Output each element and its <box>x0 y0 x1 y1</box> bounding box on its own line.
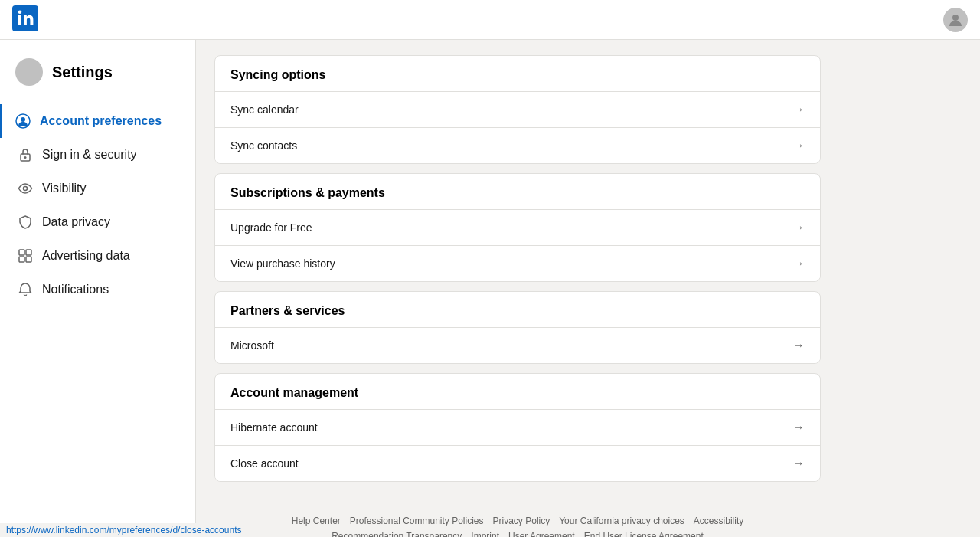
section-item-hibernate-account[interactable]: Hibernate account→ <box>215 409 820 445</box>
section-syncing-options: Syncing optionsSync calendar→Sync contac… <box>214 55 821 164</box>
footer: Help CenterProfessional Community Polici… <box>214 491 821 537</box>
footer-link[interactable]: Imprint <box>471 531 499 537</box>
footer-link[interactable]: Privacy Policy <box>493 516 550 526</box>
sidebar-label-advertising-data: Advertising data <box>42 249 130 263</box>
section-item-close-account[interactable]: Close account→ <box>215 445 820 481</box>
arrow-right-icon: → <box>792 421 805 434</box>
section-item-label-microsoft: Microsoft <box>230 339 786 352</box>
settings-avatar <box>15 58 43 86</box>
top-navigation <box>0 0 980 40</box>
footer-links: Help CenterProfessional Community Polici… <box>233 516 802 537</box>
section-partners-services: Partners & servicesMicrosoft→ <box>214 291 821 364</box>
eye-icon <box>18 181 33 196</box>
section-title-account-management: Account management <box>215 374 820 409</box>
footer-link[interactable]: Professional Community Policies <box>350 516 484 526</box>
footer-link[interactable]: Recommendation Transparency <box>332 531 462 537</box>
section-title-syncing-options: Syncing options <box>215 56 820 91</box>
status-url: https://www.linkedin.com/mypreferences/d… <box>6 525 241 535</box>
arrow-right-icon: → <box>792 257 805 270</box>
grid-icon <box>18 248 33 264</box>
arrow-right-icon: → <box>792 103 805 116</box>
arrow-right-icon: → <box>792 457 805 470</box>
sidebar-label-visibility: Visibility <box>42 182 87 195</box>
sidebar-item-notifications[interactable]: Notifications <box>0 273 195 306</box>
sections-container: Syncing optionsSync calendar→Sync contac… <box>214 55 821 482</box>
svg-point-6 <box>24 187 28 191</box>
sidebar-item-data-privacy[interactable]: Data privacy <box>0 205 195 239</box>
sidebar-label-data-privacy: Data privacy <box>42 215 110 229</box>
sidebar-item-visibility[interactable]: Visibility <box>0 172 195 205</box>
section-item-label-upgrade-free: Upgrade for Free <box>230 221 786 234</box>
status-bar: https://www.linkedin.com/mypreferences/d… <box>0 523 247 537</box>
footer-link[interactable]: User Agreement <box>508 531 575 537</box>
shield-icon <box>18 214 33 230</box>
footer-link[interactable]: Help Center <box>292 516 341 526</box>
svg-rect-8 <box>26 250 31 255</box>
linkedin-logo[interactable] <box>12 5 38 34</box>
footer-link[interactable]: Accessibility <box>694 516 743 526</box>
section-item-microsoft[interactable]: Microsoft→ <box>215 327 820 363</box>
main-content: Syncing optionsSync calendar→Sync contac… <box>196 40 839 537</box>
sidebar-item-advertising-data[interactable]: Advertising data <box>0 239 195 273</box>
section-item-upgrade-free[interactable]: Upgrade for Free→ <box>215 209 820 245</box>
sidebar-label-notifications: Notifications <box>42 283 109 296</box>
sidebar-label-sign-in-security: Sign in & security <box>42 148 137 162</box>
section-title-subscriptions-payments: Subscriptions & payments <box>215 174 820 209</box>
arrow-right-icon: → <box>792 339 805 352</box>
section-item-sync-calendar[interactable]: Sync calendar→ <box>215 91 820 127</box>
section-item-label-sync-contacts: Sync contacts <box>230 139 786 152</box>
section-account-management: Account managementHibernate account→Clos… <box>214 373 821 482</box>
sidebar-label-account-preferences: Account preferences <box>40 114 162 128</box>
footer-link[interactable]: Your California privacy choices <box>559 516 684 526</box>
svg-rect-7 <box>19 250 24 255</box>
section-title-partners-services: Partners & services <box>215 292 820 327</box>
section-item-label-view-purchase-history: View purchase history <box>230 257 786 270</box>
sidebar-item-sign-in-security[interactable]: Sign in & security <box>0 138 195 172</box>
section-subscriptions-payments: Subscriptions & paymentsUpgrade for Free… <box>214 173 821 282</box>
sidebar-navigation: Account preferences Sign in & security <box>0 104 195 306</box>
svg-rect-10 <box>26 257 31 262</box>
settings-title: Settings <box>52 64 113 81</box>
bell-icon <box>18 282 33 297</box>
lock-icon <box>18 147 33 162</box>
arrow-right-icon: → <box>792 139 805 152</box>
sidebar-item-account-preferences[interactable]: Account preferences <box>0 104 195 138</box>
svg-rect-9 <box>19 257 24 262</box>
arrow-right-icon: → <box>792 221 805 234</box>
svg-point-1 <box>952 15 959 21</box>
svg-point-5 <box>24 156 27 159</box>
section-item-label-hibernate-account: Hibernate account <box>230 421 786 434</box>
person-circle-icon <box>15 113 31 129</box>
footer-link[interactable]: End User License Agreement <box>584 531 704 537</box>
svg-point-3 <box>21 117 25 122</box>
content-panel: Syncing optionsSync calendar→Sync contac… <box>196 40 839 537</box>
section-item-sync-contacts[interactable]: Sync contacts→ <box>215 127 820 163</box>
settings-header: Settings <box>0 58 195 104</box>
user-avatar[interactable] <box>943 8 968 32</box>
page-container: Settings Account preferences <box>0 40 980 537</box>
sidebar: Settings Account preferences <box>0 40 196 537</box>
section-item-label-close-account: Close account <box>230 457 786 470</box>
section-item-label-sync-calendar: Sync calendar <box>230 103 786 116</box>
section-item-view-purchase-history[interactable]: View purchase history→ <box>215 245 820 281</box>
